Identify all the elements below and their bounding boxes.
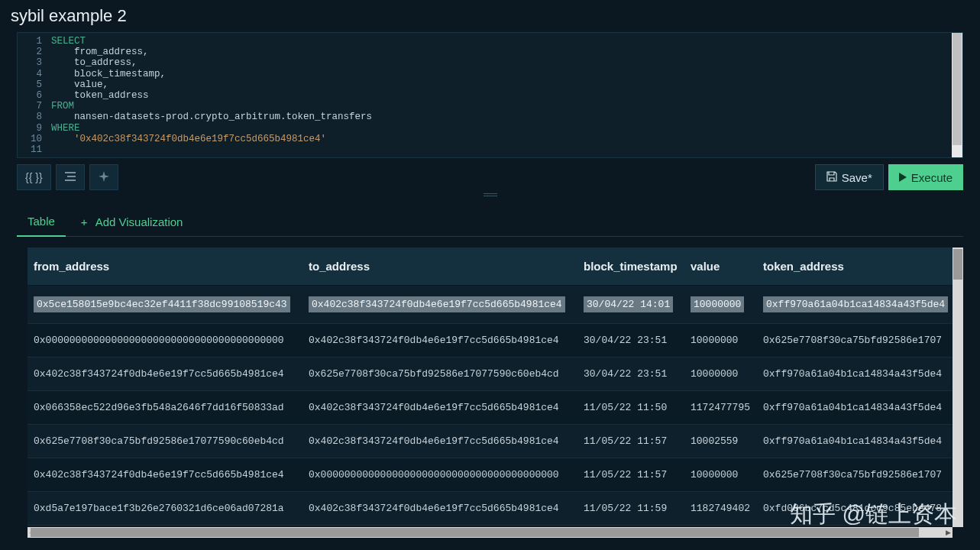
column-header-to_address[interactable]: to_address: [302, 247, 577, 286]
editor-scrollbar-vertical[interactable]: [952, 33, 962, 157]
cell-value[interactable]: 10000000: [684, 324, 757, 358]
column-header-block_timestamp[interactable]: block_timestamp: [577, 247, 684, 286]
cell-block_timestamp[interactable]: 30/04/22 23:51: [577, 358, 684, 391]
cell-to_address[interactable]: 0x402c38f343724f0db4e6e19f7cc5d665b4981c…: [302, 425, 577, 458]
cell-token_address[interactable]: 0xff970a61a04b1ca14834a43f5de4: [757, 391, 953, 425]
table-body: 0x5ce158015e9bc4ec32ef4411f38dc99108519c…: [27, 286, 953, 526]
table-row[interactable]: 0x5ce158015e9bc4ec32ef4411f38dc99108519c…: [27, 286, 953, 324]
cell-to_address[interactable]: 0x402c38f343724f0db4e6e19f7cc5d665b4981c…: [302, 324, 577, 358]
save-icon: [826, 171, 837, 184]
save-button[interactable]: Save*: [815, 164, 884, 190]
cell-to_address[interactable]: 0x402c38f343724f0db4e6e19f7cc5d665b4981c…: [302, 286, 577, 324]
cell-block_timestamp[interactable]: 30/04/22 23:51: [577, 324, 684, 358]
execute-button[interactable]: Execute: [888, 164, 963, 190]
column-header-value[interactable]: value: [684, 247, 757, 286]
cell-token_address[interactable]: 0x625e7708f30ca75bfd92586e1707: [757, 458, 953, 492]
cell-from_address[interactable]: 0x402c38f343724f0db4e6e19f7cc5d665b4981c…: [27, 358, 302, 391]
cell-token_address[interactable]: 0x625e7708f30ca75bfd92586e1707: [757, 324, 953, 358]
table-row[interactable]: 0x066358ec522d96e3fb548a2646f7dd16f50833…: [27, 391, 953, 425]
cell-value[interactable]: 10002559: [684, 425, 757, 458]
cell-token_address[interactable]: 0xff970a61a04b1ca14834a43f5de4: [757, 358, 953, 391]
save-label: Save*: [842, 171, 872, 184]
add-visualization-button[interactable]: + Add Visualization: [76, 208, 188, 236]
cell-value[interactable]: 10000000: [684, 358, 757, 391]
magic-button[interactable]: [89, 164, 118, 190]
execute-label: Execute: [911, 171, 953, 184]
plus-icon: +: [81, 215, 88, 228]
cell-block_timestamp[interactable]: 11/05/22 11:50: [577, 391, 684, 425]
cell-block_timestamp[interactable]: 11/05/22 11:57: [577, 425, 684, 458]
results-scrollbar-vertical[interactable]: [953, 247, 963, 527]
sparkle-icon: [99, 171, 109, 184]
column-header-token_address[interactable]: token_address: [757, 247, 953, 286]
cell-from_address[interactable]: 0x00000000000000000000000000000000000000…: [27, 324, 302, 358]
table-header-row: from_addressto_addressblock_timestampval…: [27, 247, 953, 286]
tab-table[interactable]: Table: [17, 207, 66, 237]
editor-toolbar: {{ }} Save* Execute: [17, 164, 963, 190]
result-tabs: Table + Add Visualization: [17, 207, 963, 237]
add-viz-label: Add Visualization: [95, 215, 183, 228]
table-row[interactable]: 0x402c38f343724f0db4e6e19f7cc5d665b4981c…: [27, 458, 953, 492]
cell-value[interactable]: 1182749402: [684, 492, 757, 526]
results-scrollbar-horizontal[interactable]: ◀ ▶: [27, 527, 953, 538]
results-panel: from_addressto_addressblock_timestampval…: [27, 247, 963, 538]
cell-block_timestamp[interactable]: 11/05/22 11:57: [577, 458, 684, 492]
cell-to_address[interactable]: 0x402c38f343724f0db4e6e19f7cc5d665b4981c…: [302, 492, 577, 526]
editor-code[interactable]: SELECT from_address, to_address, block_t…: [47, 33, 377, 157]
format-icon: [65, 171, 76, 183]
cell-to_address[interactable]: 0x00000000000000000000000000000000000000…: [302, 458, 577, 492]
page-title: sybil example 2: [0, 0, 980, 32]
pane-resize-handle[interactable]: [482, 193, 499, 196]
scroll-right-icon[interactable]: ▶: [943, 528, 953, 537]
cell-from_address[interactable]: 0x5ce158015e9bc4ec32ef4411f38dc99108519c…: [27, 286, 302, 324]
column-header-from_address[interactable]: from_address: [27, 247, 302, 286]
results-table[interactable]: from_addressto_addressblock_timestampval…: [27, 247, 953, 526]
cell-token_address[interactable]: 0xff970a61a04b1ca14834a43f5de4: [757, 286, 953, 324]
cell-from_address[interactable]: 0x402c38f343724f0db4e6e19f7cc5d665b4981c…: [27, 458, 302, 492]
cell-block_timestamp[interactable]: 30/04/22 14:01: [577, 286, 684, 324]
cell-from_address[interactable]: 0xd5a7e197bace1f3b26e2760321d6ce06ad0728…: [27, 492, 302, 526]
cell-value[interactable]: 10000000: [684, 458, 757, 492]
play-icon: [899, 171, 907, 184]
cell-to_address[interactable]: 0x625e7708f30ca75bfd92586e17077590c60eb4…: [302, 358, 577, 391]
table-row[interactable]: 0x402c38f343724f0db4e6e19f7cc5d665b4981c…: [27, 358, 953, 391]
table-row[interactable]: 0x00000000000000000000000000000000000000…: [27, 324, 953, 358]
cell-block_timestamp[interactable]: 11/05/22 11:59: [577, 492, 684, 526]
cell-to_address[interactable]: 0x402c38f343724f0db4e6e19f7cc5d665b4981c…: [302, 391, 577, 425]
cell-from_address[interactable]: 0x066358ec522d96e3fb548a2646f7dd16f50833…: [27, 391, 302, 425]
table-row[interactable]: 0xd5a7e197bace1f3b26e2760321d6ce06ad0728…: [27, 492, 953, 526]
cell-value[interactable]: 10000000: [684, 286, 757, 324]
params-button[interactable]: {{ }}: [17, 164, 51, 190]
format-button[interactable]: [56, 164, 85, 190]
cell-value[interactable]: 1172477795: [684, 391, 757, 425]
table-row[interactable]: 0x625e7708f30ca75bfd92586e17077590c60eb4…: [27, 425, 953, 458]
sql-editor[interactable]: 1234567891011 SELECT from_address, to_ad…: [17, 32, 963, 158]
cell-from_address[interactable]: 0x625e7708f30ca75bfd92586e17077590c60eb4…: [27, 425, 302, 458]
cell-token_address[interactable]: 0xfd086bc7cd5c481dcc9c85ebe478: [757, 492, 953, 526]
editor-gutter: 1234567891011: [18, 33, 47, 157]
cell-token_address[interactable]: 0xff970a61a04b1ca14834a43f5de4: [757, 425, 953, 458]
